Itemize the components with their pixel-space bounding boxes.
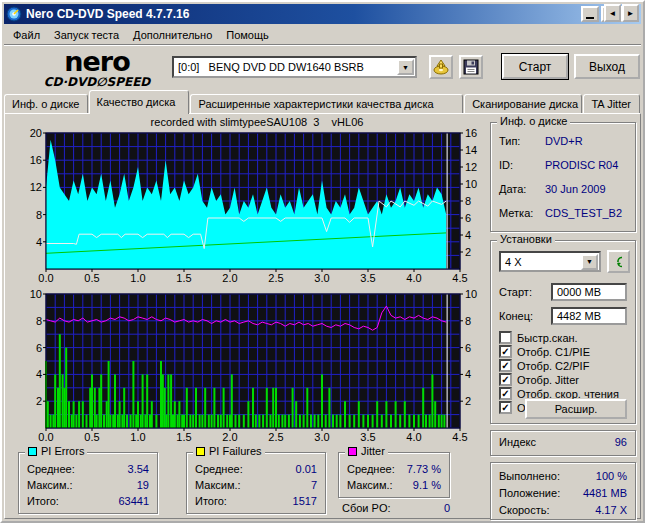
menu-extra[interactable]: Дополнительно — [126, 27, 219, 43]
stat-value: 7 — [311, 479, 317, 491]
svg-text:6: 6 — [36, 342, 42, 354]
svg-text:4.0: 4.0 — [406, 431, 421, 443]
pi-failures-stats-title-text: PI Failures — [209, 445, 262, 457]
menu-help[interactable]: Помощь — [219, 27, 276, 43]
svg-text:10: 10 — [30, 290, 42, 300]
tab-scan-disc[interactable]: Сканирование диска — [464, 94, 582, 114]
svg-text:6: 6 — [465, 212, 471, 224]
refresh-button[interactable] — [607, 250, 630, 273]
end-position-field[interactable]: 4482 MB — [551, 307, 627, 325]
status-row: Положение:4481 MB — [499, 487, 627, 499]
status-row: Выполнено:100 % — [499, 470, 627, 482]
menu-run-test[interactable]: Запуск теста — [47, 27, 126, 43]
start-position-field[interactable]: 0000 MB — [551, 283, 627, 301]
svg-text:2: 2 — [465, 246, 471, 258]
stat-label: Максим.: — [347, 479, 393, 491]
drive-select[interactable]: [0:0] BENQ DVD DD DW1640 BSRB ▼ — [172, 56, 417, 78]
pi-errors-swatch-icon — [28, 447, 37, 456]
stat-label: Итого: — [27, 495, 59, 507]
status-row: Скорость:4.17 X — [499, 504, 627, 516]
exit-button[interactable]: Выход — [574, 54, 640, 79]
show-c1-pie-checkbox[interactable]: ✓ — [499, 345, 512, 358]
tab-disc-quality[interactable]: Качество диска — [89, 90, 190, 114]
svg-text:8: 8 — [465, 315, 471, 327]
advanced-button[interactable]: Расшир. — [525, 399, 627, 419]
disc-info-group-title: Инф. о диске — [497, 115, 570, 127]
stat-row: Среднее:7.73 % — [347, 463, 441, 475]
show-c2-pif-label: Отобр. C2/PIF — [517, 360, 589, 372]
show-read-speed-checkbox[interactable]: ✓ — [499, 387, 512, 400]
stat-row: Итого:1517 — [195, 495, 317, 507]
arrow-left-icon: ◄ — [609, 9, 617, 18]
stat-value: 3.54 — [128, 463, 149, 475]
show-c2-pif-checkbox[interactable]: ✓ — [499, 359, 512, 372]
svg-text:10: 10 — [465, 290, 477, 300]
svg-text:4: 4 — [465, 368, 471, 380]
chart-title: recorded with slimtypeeSAU108 3 vHL06 — [42, 116, 472, 128]
stat-value: 1517 — [293, 495, 317, 507]
stat-value: 19 — [137, 479, 149, 491]
stat-row: Максим.:7 — [195, 479, 317, 491]
nero-logo-text: nero — [22, 48, 172, 75]
checkbox-fast-scan[interactable]: Быстр.скан. — [499, 331, 578, 344]
tab-scroll-right-button[interactable]: ► — [622, 4, 639, 22]
end-position-label: Конец: — [499, 307, 533, 325]
speed-select[interactable]: 4 X ▼ — [499, 251, 601, 272]
stat-value: 63441 — [118, 495, 149, 507]
checkbox-show-c2-pif[interactable]: ✓Отобр. C2/PIF — [499, 359, 589, 372]
status-label: Положение: — [499, 487, 560, 499]
start-button-label: Старт — [519, 60, 552, 74]
save-results-button[interactable] — [459, 55, 483, 79]
disc-info-row: Дата:30 Jun 2009 — [499, 183, 627, 195]
svg-text:3.0: 3.0 — [314, 272, 329, 284]
exit-button-label: Выход — [589, 60, 625, 74]
show-write-speed-checkbox[interactable]: ✓ — [499, 401, 512, 414]
show-jitter-label: Отобр. Jitter — [517, 374, 579, 386]
chevron-down-icon[interactable]: ▼ — [397, 59, 414, 75]
pof-failures-row: Сбои PO: 0 — [342, 502, 450, 514]
stat-label: Среднее: — [27, 463, 75, 475]
start-button[interactable]: Старт — [502, 54, 568, 79]
svg-text:0.0: 0.0 — [38, 272, 53, 284]
menu-file[interactable]: Файл — [6, 27, 47, 43]
chevron-down-icon[interactable]: ▼ — [581, 254, 598, 270]
show-jitter-checkbox[interactable]: ✓ — [499, 373, 512, 386]
stat-row: Максим.:9.1 % — [347, 479, 441, 491]
tab-ta-jitter[interactable]: TA Jitter — [583, 94, 640, 114]
svg-text:4: 4 — [36, 236, 42, 248]
show-read-speed-label: Отобр. скор. чтения — [517, 388, 619, 400]
svg-text:6: 6 — [465, 342, 471, 354]
tab-scroll-left-button[interactable]: ◄ — [604, 4, 621, 22]
svg-text:8: 8 — [36, 209, 42, 221]
svg-text:1.0: 1.0 — [130, 272, 145, 284]
start-position-row: Старт: 0000 MB — [499, 283, 627, 301]
svg-text:4.5: 4.5 — [452, 431, 467, 443]
fast-scan-checkbox[interactable] — [499, 331, 512, 344]
fast-scan-label: Быстр.скан. — [517, 332, 578, 344]
disc-info-value: PRODISC R04 — [545, 159, 618, 171]
stat-label: Итого: — [195, 495, 227, 507]
svg-text:8: 8 — [465, 195, 471, 207]
pi-failures-jitter-chart: 2468102468100.00.51.01.52.02.53.03.54.04… — [10, 290, 488, 446]
svg-text:2: 2 — [465, 395, 471, 407]
svg-text:3.0: 3.0 — [314, 431, 329, 443]
svg-text:8: 8 — [36, 315, 42, 327]
svg-text:2.0: 2.0 — [222, 272, 237, 284]
status-value: 100 % — [596, 470, 627, 482]
checkbox-show-jitter[interactable]: ✓Отобр. Jitter — [499, 373, 579, 386]
status-value: 4.17 X — [595, 504, 627, 516]
stat-label: Среднее: — [195, 463, 243, 475]
disc-info-label: Тип: — [499, 135, 545, 147]
disc-info-row: Метка:CDS_TEST_B2 — [499, 207, 627, 219]
title-bar[interactable]: Nero CD-DVD Speed 4.7.7.16 ✕ — [4, 4, 641, 24]
checkbox-show-c1-pie[interactable]: ✓Отобр. C1/PIE — [499, 345, 590, 358]
svg-text:10: 10 — [465, 178, 477, 190]
svg-text:14: 14 — [465, 144, 477, 156]
stat-label: Максим.: — [27, 479, 73, 491]
stat-row: Максим.:19 — [27, 479, 149, 491]
svg-text:4: 4 — [465, 229, 471, 241]
tab-advanced-quality[interactable]: Расширенные характеристики качества диск… — [190, 94, 463, 114]
eject-disc-button[interactable] — [429, 55, 453, 79]
tab-disc-info[interactable]: Инф. о диске — [4, 94, 88, 114]
minimize-button[interactable] — [581, 6, 599, 22]
